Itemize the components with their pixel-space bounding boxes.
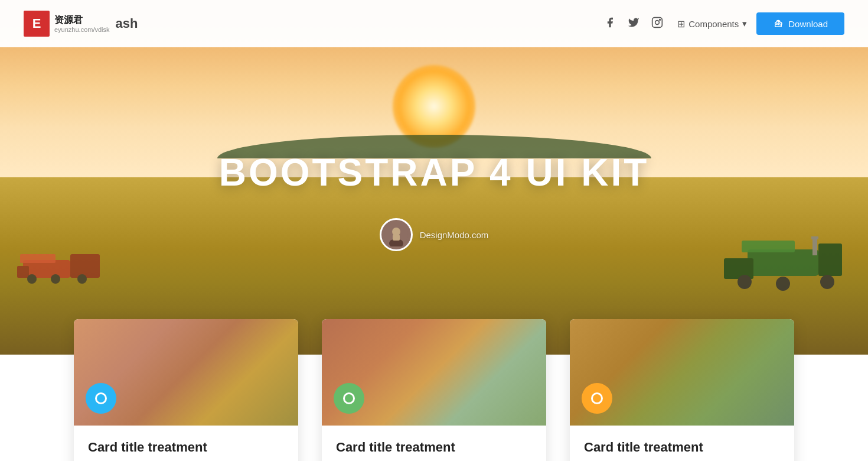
harvester-right <box>724 220 842 291</box>
components-label: Components <box>688 19 739 29</box>
svg-rect-11 <box>724 258 753 279</box>
hero-title: BOOTSTRAP 4 UI KIT <box>219 151 650 194</box>
hero-content: BOOTSTRAP 4 UI KIT DesignModo.com <box>219 151 650 251</box>
navbar-title: ash <box>116 16 138 31</box>
cards-section: Card title treatment With supporting tex… <box>0 319 868 461</box>
svg-point-13 <box>738 275 752 289</box>
card-3-body: Card title treatment With supporting tex… <box>570 426 794 461</box>
hero-designer-label: DesignModo.com <box>420 230 489 240</box>
card-3: Card title treatment With supporting tex… <box>570 319 794 461</box>
card-3-icon <box>591 392 603 404</box>
svg-rect-18 <box>811 236 818 239</box>
components-menu[interactable]: ⊞ Components ▾ <box>677 18 747 30</box>
card-2-icon-circle <box>334 383 364 414</box>
card-2-title: Card title treatment <box>336 440 532 455</box>
svg-rect-5 <box>70 254 100 278</box>
card-2-image <box>322 319 546 426</box>
brand-logo-icon: E <box>24 11 50 37</box>
svg-point-15 <box>820 275 834 289</box>
svg-point-14 <box>776 277 790 291</box>
svg-rect-12 <box>818 244 842 276</box>
card-1-icon-circle <box>86 383 116 414</box>
svg-point-8 <box>77 274 87 284</box>
svg-rect-9 <box>20 254 56 263</box>
chevron-down-icon: ▾ <box>742 18 747 29</box>
download-label: Download <box>788 19 828 29</box>
svg-rect-16 <box>742 241 795 252</box>
navbar: E 资源君 eyunzhu.com/vdisk ash ⊞ Components… <box>0 0 868 47</box>
cloud-download-icon <box>773 18 784 29</box>
svg-point-1 <box>655 20 660 24</box>
brand-cn: 资源君 <box>54 14 110 25</box>
twitter-icon[interactable] <box>628 17 639 31</box>
layers-icon: ⊞ <box>677 18 685 30</box>
svg-rect-22 <box>393 235 400 241</box>
svg-point-20 <box>392 228 400 236</box>
card-1-icon <box>95 392 107 404</box>
svg-rect-0 <box>652 17 663 27</box>
card-2: Card title treatment With supporting tex… <box>322 319 546 461</box>
brand-text: 资源君 eyunzhu.com/vdisk <box>54 14 110 33</box>
card-2-body: Card title treatment With supporting tex… <box>322 426 546 461</box>
svg-rect-10 <box>748 249 818 276</box>
cards-row: Card title treatment With supporting tex… <box>35 319 833 461</box>
card-1-title: Card title treatment <box>88 440 284 455</box>
svg-point-6 <box>27 274 37 284</box>
brand-url: eyunzhu.com/vdisk <box>54 26 110 33</box>
svg-rect-4 <box>17 266 29 278</box>
card-1-body: Card title treatment With supporting tex… <box>74 426 298 461</box>
card-2-icon <box>343 392 355 404</box>
hero-author-row: DesignModo.com <box>219 218 650 251</box>
card-1-image <box>74 319 298 426</box>
harvester-left <box>17 236 100 284</box>
svg-rect-17 <box>812 238 817 255</box>
instagram-icon[interactable] <box>651 17 663 31</box>
brand-link[interactable]: E 资源君 eyunzhu.com/vdisk <box>24 11 110 37</box>
download-button[interactable]: Download <box>756 12 844 35</box>
card-3-title: Card title treatment <box>584 440 780 455</box>
hero-section: BOOTSTRAP 4 UI KIT DesignModo.com <box>0 0 868 355</box>
avatar <box>380 218 413 251</box>
social-icons <box>604 17 663 31</box>
svg-point-7 <box>51 274 60 284</box>
card-3-icon-circle <box>582 383 612 414</box>
card-3-image <box>570 319 794 426</box>
facebook-icon[interactable] <box>604 17 616 31</box>
card-1: Card title treatment With supporting tex… <box>74 319 298 461</box>
svg-point-2 <box>660 19 661 20</box>
